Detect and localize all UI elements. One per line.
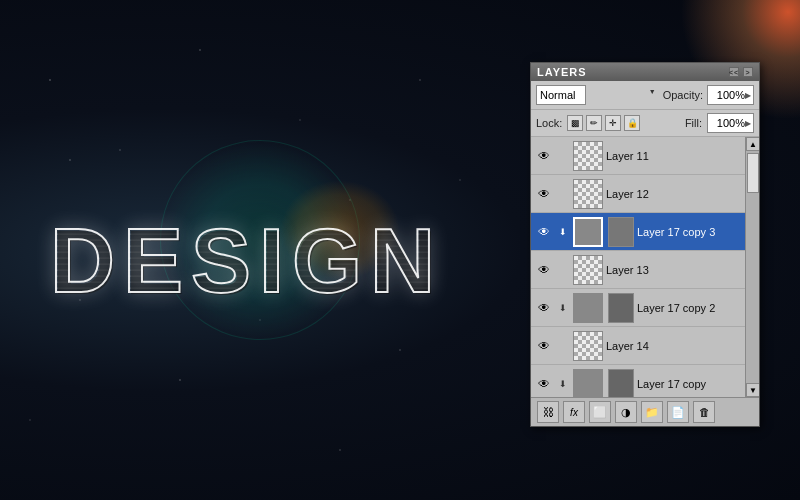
layer-name: Layer 11 <box>606 150 755 162</box>
layer-row[interactable]: 👁 Layer 12 <box>531 175 759 213</box>
layer-row[interactable]: 👁 Layer 14 <box>531 327 759 365</box>
link-icon[interactable]: ⬇ <box>556 375 570 393</box>
layer-row[interactable]: 👁 ⬇ Layer 17 copy <box>531 365 759 397</box>
layer-name: Layer 17 copy 2 <box>637 302 755 314</box>
blend-mode-row: Normal Dissolve Multiply Screen Overlay … <box>531 81 759 110</box>
lock-paint-icon[interactable]: ✏ <box>586 115 602 131</box>
expand-button[interactable]: > <box>743 67 753 77</box>
design-text: DESIGN <box>50 210 443 313</box>
link-icon[interactable]: ⬇ <box>556 223 570 241</box>
layer-mask-thumbnail <box>608 293 634 323</box>
link-layers-icon[interactable]: ⛓ <box>537 401 559 423</box>
adjustment-icon[interactable]: ◑ <box>615 401 637 423</box>
layer-row[interactable]: 👁 Layer 11 <box>531 137 759 175</box>
layer-name: Layer 14 <box>606 340 755 352</box>
layer-thumbnail <box>573 141 603 171</box>
blend-mode-select[interactable]: Normal Dissolve Multiply Screen Overlay <box>536 85 586 105</box>
scroll-down-button[interactable]: ▼ <box>746 383 759 397</box>
lock-row: Lock: ▩ ✏ ✛ 🔒 Fill: ▶ <box>531 110 759 137</box>
scrollbar: ▲ ▼ <box>745 137 759 397</box>
add-mask-icon[interactable]: ⬜ <box>589 401 611 423</box>
layer-row[interactable]: 👁 ⬇ Layer 17 copy 2 <box>531 289 759 327</box>
opacity-input-wrap: ▶ <box>707 85 754 105</box>
layer-name: Layer 17 copy 3 <box>637 226 755 238</box>
fill-input-wrap: ▶ <box>707 113 754 133</box>
layer-thumbnail <box>573 293 603 323</box>
eye-icon[interactable]: 👁 <box>535 337 553 355</box>
layers-titlebar: LAYERS << > <box>531 63 759 81</box>
fill-arrow-icon[interactable]: ▶ <box>745 119 751 128</box>
new-layer-icon[interactable]: 📄 <box>667 401 689 423</box>
eye-icon[interactable]: 👁 <box>535 185 553 203</box>
eye-icon[interactable]: 👁 <box>535 299 553 317</box>
lock-all-icon[interactable]: 🔒 <box>624 115 640 131</box>
layer-thumbnail <box>573 179 603 209</box>
fill-input[interactable] <box>710 117 745 129</box>
layer-thumbnail <box>573 217 603 247</box>
lock-label: Lock: <box>536 117 562 129</box>
layer-mask-thumbnail <box>608 369 634 398</box>
scroll-up-button[interactable]: ▲ <box>746 137 759 151</box>
layer-thumbnail <box>573 369 603 398</box>
opacity-label: Opacity: <box>663 89 703 101</box>
layer-row[interactable]: 👁 ⬇ Layer 17 copy 3 <box>531 213 759 251</box>
layers-bottom-toolbar: ⛓ fx ⬜ ◑ 📁 📄 🗑 <box>531 397 759 426</box>
layers-list: 👁 Layer 11 👁 Layer 12 👁 ⬇ Layer 17 copy … <box>531 137 759 397</box>
fx-icon[interactable]: fx <box>563 401 585 423</box>
layer-thumbnail <box>573 331 603 361</box>
titlebar-controls: << > <box>729 67 753 77</box>
collapse-button[interactable]: << <box>729 67 739 77</box>
eye-icon[interactable]: 👁 <box>535 375 553 393</box>
layer-thumbnail <box>573 255 603 285</box>
opacity-arrow-icon[interactable]: ▶ <box>745 91 751 100</box>
layer-row[interactable]: 👁 Layer 13 <box>531 251 759 289</box>
link-icon[interactable]: ⬇ <box>556 299 570 317</box>
delete-layer-icon[interactable]: 🗑 <box>693 401 715 423</box>
scroll-track <box>746 151 759 383</box>
fill-label: Fill: <box>685 117 702 129</box>
opacity-input[interactable] <box>710 89 745 101</box>
blend-mode-select-wrap: Normal Dissolve Multiply Screen Overlay <box>536 85 659 105</box>
eye-icon[interactable]: 👁 <box>535 147 553 165</box>
layer-name: Layer 17 copy <box>637 378 755 390</box>
scroll-thumb[interactable] <box>747 153 759 193</box>
lock-transparent-icon[interactable]: ▩ <box>567 115 583 131</box>
eye-icon[interactable]: 👁 <box>535 261 553 279</box>
layers-panel-title: LAYERS <box>537 66 587 78</box>
lock-icons: ▩ ✏ ✛ 🔒 <box>567 115 680 131</box>
layer-name: Layer 13 <box>606 264 755 276</box>
layers-panel: LAYERS << > Normal Dissolve Multiply Scr… <box>530 62 760 427</box>
layer-mask-thumbnail <box>608 217 634 247</box>
layer-name: Layer 12 <box>606 188 755 200</box>
eye-icon[interactable]: 👁 <box>535 223 553 241</box>
group-layers-icon[interactable]: 📁 <box>641 401 663 423</box>
lock-move-icon[interactable]: ✛ <box>605 115 621 131</box>
